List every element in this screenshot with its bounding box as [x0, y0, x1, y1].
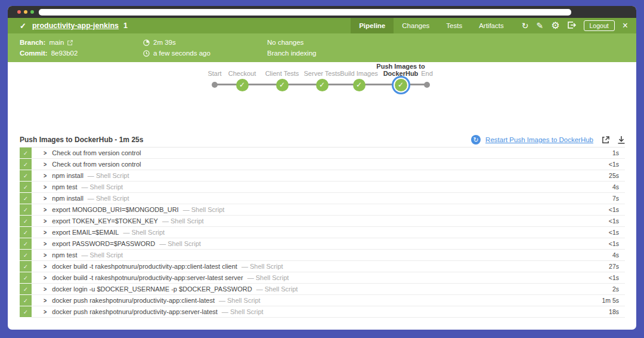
chevron-right-icon: > [44, 195, 47, 202]
step-label: npm test [52, 251, 77, 259]
branch-value: main [49, 39, 64, 46]
step-main: >docker push rakeshpotnuru/productivity-… [32, 295, 625, 306]
step-row[interactable]: ✓>npm install— Shell Script7s [20, 193, 625, 204]
step-duration: 7s [612, 195, 619, 202]
step-row[interactable]: ✓>export MONGODB_URI=$MONGODB_URI— Shell… [20, 204, 625, 216]
duration-icon [143, 39, 150, 46]
step-success-strip: ✓ [20, 204, 32, 216]
browser-window: ✓ productivity-app-jenkins 1 PipelineCha… [8, 6, 636, 330]
step-type-label: — Shell Script [81, 251, 123, 259]
step-row[interactable]: ✓>export EMAIL=$EMAIL— Shell Script<1s [20, 227, 625, 238]
run-info-bar: Branch: main Commit: 8e93b02 2m 39s [8, 33, 636, 62]
restart-stage-icon[interactable]: ↻ [471, 135, 481, 145]
step-duration: <1s [609, 229, 619, 236]
step-duration: 4s [612, 183, 619, 190]
step-label: export TOKEN_KEY=$TOKEN_KEY [52, 217, 158, 225]
exit-to-classic-icon[interactable] [568, 21, 576, 30]
step-main: >npm install— Shell Script7s [32, 193, 625, 204]
step-row[interactable]: ✓>docker push rakeshpotnuru/productivity… [20, 306, 625, 318]
tab-changes[interactable]: Changes [394, 18, 438, 33]
step-row[interactable]: ✓>Check out from version control1s [20, 148, 625, 159]
step-row[interactable]: ✓>export TOKEN_KEY=$TOKEN_KEY— Shell Scr… [20, 216, 625, 227]
selected-stage-title: Push Images to DockerHub - 1m 25s [20, 136, 143, 144]
tab-pipeline[interactable]: Pipeline [351, 18, 394, 33]
step-duration: 4s [612, 251, 619, 259]
step-row[interactable]: ✓>npm test— Shell Script4s [20, 250, 625, 261]
step-type-label: — Shell Script [123, 229, 165, 236]
step-main: >npm test— Shell Script4s [32, 250, 625, 261]
stage-end: End [388, 62, 466, 92]
restart-stage-link[interactable]: Restart Push Images to DockerHub [485, 136, 593, 143]
edit-pipeline-icon[interactable]: ✎ [536, 21, 543, 30]
step-row[interactable]: ✓>npm install— Shell Script25s [20, 170, 625, 182]
step-label: npm test [52, 183, 77, 190]
settings-gear-icon[interactable]: ⚙ [551, 21, 559, 30]
tab-artifacts[interactable]: Artifacts [470, 18, 512, 33]
step-duration: 18s [609, 308, 619, 315]
step-success-strip: ✓ [20, 284, 32, 295]
steps-actions: ↻ Restart Push Images to DockerHub [471, 135, 625, 145]
step-row[interactable]: ✓>npm test— Shell Script4s [20, 182, 625, 193]
chevron-right-icon: > [44, 183, 47, 191]
step-success-strip: ✓ [20, 306, 32, 318]
step-duration: 1m 5s [602, 297, 619, 304]
terminal-dot-icon [424, 82, 430, 88]
step-success-strip: ✓ [20, 170, 32, 182]
step-success-strip: ✓ [20, 182, 32, 193]
tab-tests[interactable]: Tests [438, 18, 470, 33]
rerun-icon[interactable]: ↻ [522, 21, 529, 30]
step-label: export MONGODB_URI=$MONGODB_URI [52, 206, 178, 213]
external-link-icon[interactable] [67, 40, 73, 45]
step-main: >export PASSWORD=$PASSWORD— Shell Script… [32, 238, 625, 250]
commit-label: Commit: [20, 50, 48, 57]
header-actions: ↻ ✎ ⚙ Logout × [522, 20, 628, 31]
step-main: >export TOKEN_KEY=$TOKEN_KEY— Shell Scri… [32, 216, 625, 227]
window-minimize-button[interactable] [24, 10, 27, 14]
stage-label: End [421, 62, 433, 78]
step-main: >npm install— Shell Script25s [32, 170, 625, 182]
step-type-label: — Shell Script [88, 172, 129, 179]
step-row[interactable]: ✓>docker push rakeshpotnuru/productivity… [20, 295, 625, 306]
job-name-link[interactable]: productivity-app-jenkins [32, 21, 119, 30]
step-success-strip: ✓ [20, 250, 32, 261]
chevron-right-icon: > [44, 285, 47, 293]
logout-button[interactable]: Logout [584, 20, 615, 31]
step-type-label: — Shell Script [219, 297, 261, 304]
step-success-strip: ✓ [20, 261, 32, 272]
step-row[interactable]: ✓>docker build -t rakeshpotnuru/producti… [20, 272, 625, 284]
step-main: >export MONGODB_URI=$MONGODB_URI— Shell … [32, 204, 625, 216]
pipeline-graph: StartCheckout✓Client Tests✓Server Tests✓… [8, 62, 636, 133]
step-main: >Check out from version control<1s [32, 159, 625, 170]
branch-label: Branch: [20, 39, 45, 46]
step-duration: 1s [612, 149, 619, 156]
chevron-right-icon: > [44, 251, 47, 259]
build-success-icon: ✓ [20, 21, 26, 30]
step-label: npm install [52, 172, 83, 179]
chevron-right-icon: > [44, 274, 47, 282]
steps-table: ✓>Check out from version control1s✓>Chec… [20, 147, 625, 318]
step-success-strip: ✓ [20, 227, 32, 238]
chevron-right-icon: > [44, 240, 47, 248]
window-close-button[interactable] [17, 10, 21, 14]
chevron-right-icon: > [44, 297, 47, 305]
step-label: Check out from version control [52, 149, 141, 156]
download-logs-icon[interactable] [618, 136, 625, 144]
step-type-label: — Shell Script [242, 263, 283, 270]
step-label: docker build -t rakeshpotnuru/productivi… [52, 263, 237, 270]
step-row[interactable]: ✓>Check out from version control<1s [20, 159, 625, 170]
duration-value: 2m 39s [153, 39, 176, 46]
close-icon[interactable]: × [623, 20, 628, 31]
step-row[interactable]: ✓>docker build -t rakeshpotnuru/producti… [20, 261, 625, 272]
step-row[interactable]: ✓>export PASSWORD=$PASSWORD— Shell Scrip… [20, 238, 625, 250]
chevron-right-icon: > [44, 149, 47, 157]
step-duration: <1s [609, 274, 619, 281]
step-row[interactable]: ✓>docker login -u $DOCKER_USERNAME -p $D… [20, 284, 625, 295]
step-type-label: — Shell Script [159, 240, 201, 247]
step-type-label: — Shell Script [162, 217, 204, 225]
changes-value: No changes [267, 39, 304, 46]
window-zoom-button[interactable] [30, 10, 34, 14]
address-bar[interactable] [39, 9, 571, 16]
step-duration: <1s [609, 161, 619, 168]
clock-icon [143, 50, 150, 57]
open-logs-icon[interactable] [602, 136, 609, 144]
